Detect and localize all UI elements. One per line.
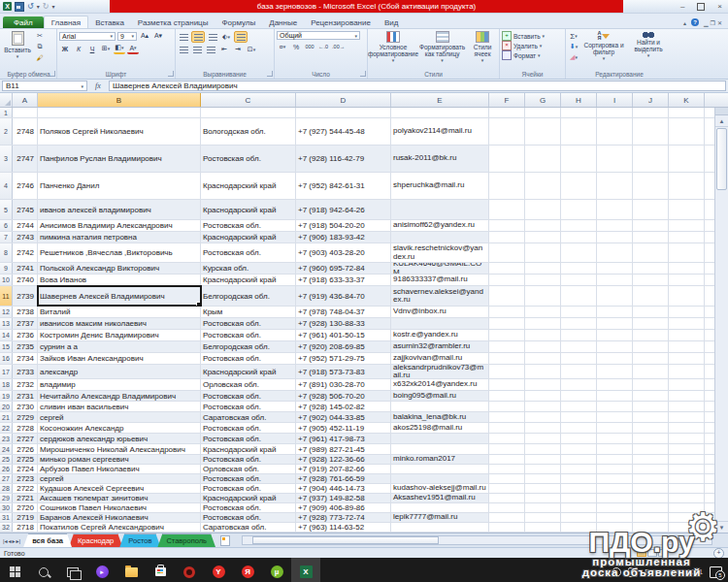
row-header-4[interactable]: 4 (0, 173, 13, 199)
format-as-table-button[interactable]: Форматировать как таблицу ▾ (418, 31, 466, 63)
row-header-13[interactable]: 13 (0, 318, 13, 329)
row-header-19[interactable]: 19 (0, 391, 13, 401)
page-break-view-button[interactable] (658, 549, 668, 557)
cell[interactable] (391, 402, 489, 411)
cell[interactable]: Польской Александр Викторович (38, 263, 201, 274)
cell[interactable]: иванисов максим николаевич (38, 318, 201, 329)
align-top-button[interactable] (178, 32, 189, 42)
cell[interactable]: Виталий (38, 307, 201, 317)
taskbar-search-button[interactable] (29, 558, 58, 582)
formula-bar-input[interactable]: Шавернев Алексей Владимирович (109, 81, 726, 91)
cell[interactable] (391, 200, 489, 219)
cell[interactable]: 2718 (13, 523, 38, 532)
empty-cells[interactable] (489, 402, 714, 411)
cell[interactable]: +7 (909) 406-89-86 (296, 503, 391, 512)
close-button[interactable]: × (717, 2, 722, 11)
cell[interactable]: минько роман сергеевич (38, 455, 201, 464)
empty-cells[interactable] (489, 465, 714, 473)
cell[interactable] (391, 232, 489, 242)
cell[interactable] (38, 108, 201, 117)
cell[interactable]: 2722 (13, 484, 38, 493)
cell[interactable]: 2746 (13, 173, 38, 199)
cell[interactable]: 2739 (13, 286, 38, 306)
empty-cells[interactable] (489, 474, 714, 483)
cell[interactable]: minko.roman2017 (391, 455, 489, 464)
row-header-14[interactable]: 14 (0, 330, 13, 340)
cell[interactable]: +7 (918) 942-64-26 (296, 200, 391, 219)
italic-button[interactable]: К (73, 44, 84, 53)
undo-icon[interactable]: ↺ (27, 3, 34, 11)
cell[interactable]: Орловская обл. (201, 379, 296, 390)
row-header-31[interactable]: 31 (0, 513, 13, 522)
column-header-K[interactable]: K (669, 93, 705, 107)
cell[interactable]: rusak-2011@bk.ru (391, 146, 489, 172)
cell[interactable]: 2737 (13, 318, 38, 329)
cell[interactable]: Краснодарский край (201, 494, 296, 502)
select-all-corner[interactable] (0, 93, 13, 107)
copy-button[interactable]: ⧉ (34, 42, 46, 51)
cell[interactable]: 2748 (13, 118, 38, 145)
cell[interactable]: 2732 (13, 379, 38, 390)
dialog-launcher-icon[interactable] (50, 71, 55, 77)
cell[interactable]: 2735 (13, 341, 38, 352)
ribbon-tab-5[interactable]: Рецензирование (304, 16, 378, 28)
yandex-browser-button[interactable]: Y (204, 558, 233, 582)
cell[interactable]: 2747 (13, 146, 38, 172)
cell[interactable]: Ростовская обл. (201, 330, 296, 340)
scroll-down-icon[interactable]: ▼ (715, 521, 728, 533)
cell[interactable]: александр (38, 365, 201, 378)
cell[interactable]: +7 (989) 827-21-45 (296, 444, 391, 454)
align-center-button[interactable] (191, 45, 203, 54)
empty-cells[interactable] (489, 494, 714, 502)
cell[interactable]: Поляков Сергей Николаевич (38, 118, 201, 145)
dialog-launcher-icon[interactable] (360, 71, 366, 77)
row-header-28[interactable]: 28 (0, 484, 13, 493)
align-middle-button[interactable] (191, 31, 205, 43)
cell[interactable] (391, 318, 489, 329)
cell[interactable]: Ростовская обл. (201, 455, 296, 464)
column-header-J[interactable]: J (633, 93, 669, 107)
excel-taskbar-button[interactable]: X (291, 558, 320, 582)
last-sheet-icon[interactable]: ▸| (17, 537, 21, 544)
cell[interactable]: Краснодарский край (201, 444, 296, 454)
row-header-25[interactable]: 25 (0, 455, 13, 464)
cell[interactable] (391, 108, 489, 117)
cell[interactable]: Ростовская обл. (201, 423, 296, 433)
cell[interactable]: 2730 (13, 402, 38, 411)
next-sheet-icon[interactable]: ▸ (13, 537, 16, 544)
empty-cells[interactable] (489, 330, 714, 340)
ribbon-tab-1[interactable]: Вставка (88, 16, 131, 28)
cell[interactable]: +7 (928) 122-36-66 (296, 455, 391, 464)
cell[interactable]: Мирошниченко Николай Александрович (38, 444, 201, 454)
row-header-32[interactable]: 32 (0, 523, 13, 532)
cell[interactable]: Арбузов Павел Николаевич (38, 465, 201, 473)
insert-worksheet-button[interactable] (218, 534, 232, 547)
sheet-nav-buttons[interactable]: |◂ ◂ ▸ ▸| (0, 534, 23, 547)
cell[interactable]: 2721 (13, 494, 38, 502)
cell[interactable]: 2742 (13, 243, 38, 262)
cell[interactable]: Краснодарский край (201, 200, 296, 219)
file-tab[interactable]: Файл (3, 16, 44, 28)
shrink-font-button[interactable]: A▾ (152, 31, 164, 41)
row-header-20[interactable]: 20 (0, 402, 13, 411)
cell[interactable]: 2724 (13, 465, 38, 473)
vertical-scrollbar[interactable]: ▲ ▼ (714, 108, 728, 533)
cell[interactable]: Краснодарский край (201, 232, 296, 242)
cell[interactable]: пимкина наталия петровна (38, 232, 201, 242)
cell[interactable]: 2720 (13, 503, 38, 512)
cell[interactable]: Ростовская обл. (201, 220, 296, 231)
empty-cells[interactable] (489, 173, 714, 199)
format-painter-button[interactable]: 🖌 (34, 52, 46, 62)
yandex-app-button[interactable]: Я (233, 558, 262, 582)
cell[interactable]: Вова Иванов (38, 275, 201, 285)
empty-cells[interactable] (489, 523, 714, 532)
redo-icon[interactable]: ↻ (43, 3, 50, 11)
language-indicator[interactable]: ENG (645, 568, 659, 575)
hscrollbar-thumb[interactable] (252, 536, 439, 544)
percent-style-button[interactable]: % (290, 42, 302, 51)
cell[interactable]: 2731 (13, 391, 38, 401)
increase-decimal-button[interactable]: ←.0 (317, 42, 329, 51)
cell[interactable]: +7 (978) 748-04-37 (296, 307, 391, 317)
empty-cells[interactable] (489, 232, 714, 242)
comma-style-button[interactable]: 000 (304, 42, 315, 51)
